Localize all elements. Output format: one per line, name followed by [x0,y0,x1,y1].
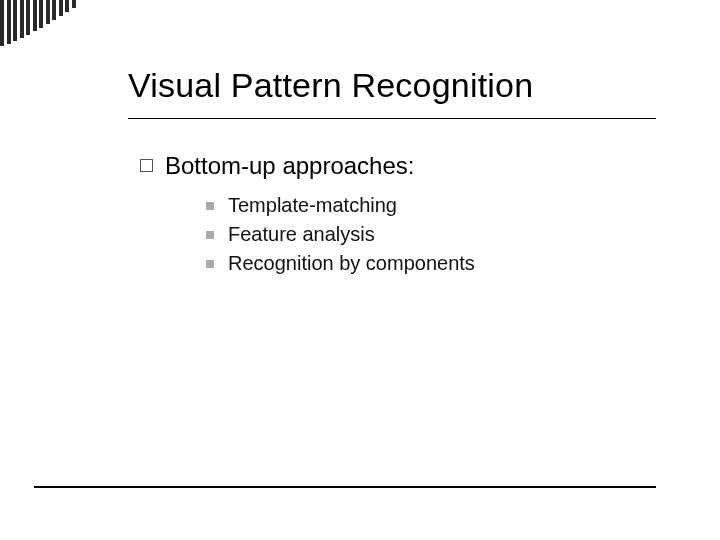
decor-bar [72,0,76,8]
decor-bar [59,0,63,16]
square-bullet-icon [206,260,214,268]
square-bullet-icon [206,202,214,210]
bullet-level2-text: Recognition by components [228,252,475,275]
bullet-level2: Template-matching [206,194,650,217]
bullet-level1-text: Bottom-up approaches: [165,152,414,180]
decor-bar [7,0,11,44]
decor-bar [0,0,4,46]
bullet-level2-list: Template-matching Feature analysis Recog… [206,194,650,275]
square-bullet-icon [206,231,214,239]
bullet-level2: Recognition by components [206,252,650,275]
title-underline [128,118,656,119]
decor-bar [52,0,56,20]
bullet-level2-text: Template-matching [228,194,397,217]
hollow-square-bullet-icon [140,159,153,172]
slide-body: Bottom-up approaches: Template-matching … [140,152,650,281]
decor-bar [39,0,43,28]
slide-title: Visual Pattern Recognition [128,66,533,105]
bullet-level2: Feature analysis [206,223,650,246]
slide: Visual Pattern Recognition Bottom-up app… [0,0,720,540]
bullet-level1: Bottom-up approaches: [140,152,650,180]
corner-decor-bars [0,0,76,46]
decor-bar [26,0,30,35]
decor-bar [46,0,50,24]
decor-bar [20,0,24,38]
bullet-level2-text: Feature analysis [228,223,375,246]
decor-bar [65,0,69,12]
footer-rule [34,486,656,488]
decor-bar [13,0,17,41]
decor-bar [33,0,37,31]
